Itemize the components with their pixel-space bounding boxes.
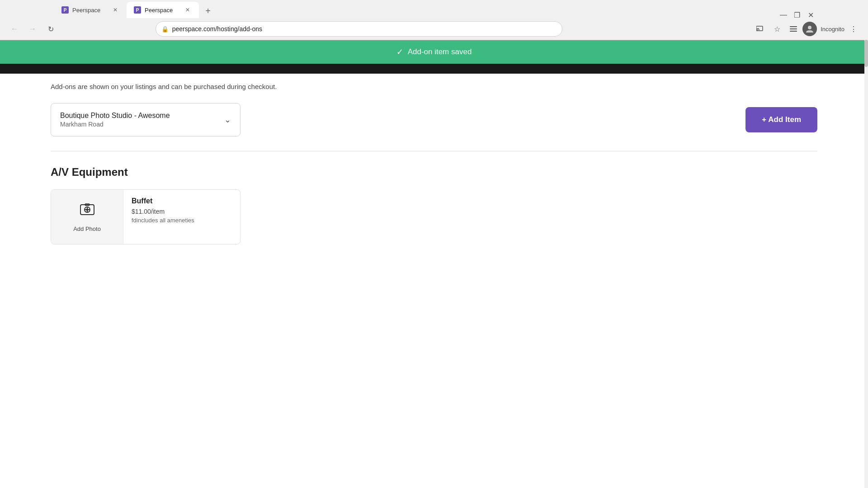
scrollbar-thumb[interactable]	[864, 40, 868, 67]
tab-favicon-2: P	[134, 6, 141, 14]
bookmark-icon[interactable]: ☆	[770, 22, 784, 36]
address-text: peerspace.com/hosting/add-ons	[172, 25, 557, 33]
more-options-button[interactable]: ⋮	[846, 22, 861, 36]
tab-favicon-1: P	[61, 6, 69, 14]
item-photo-placeholder[interactable]: Add Photo	[51, 190, 123, 244]
close-window-button[interactable]: ✕	[807, 12, 814, 18]
add-photo-label: Add Photo	[73, 225, 101, 232]
incognito-label: Incognito	[821, 26, 844, 33]
success-banner: ✓ Add-on item saved	[0, 40, 868, 64]
maximize-button[interactable]: ❐	[794, 12, 800, 18]
svg-point-4	[808, 26, 811, 29]
category-section: A/V Equipment Add P	[51, 166, 817, 244]
addons-description: Add-ons are shown on your listings and c…	[51, 83, 817, 90]
tab-peerspace-2[interactable]: P Peerspace ✕	[127, 2, 199, 18]
new-tab-button[interactable]: +	[201, 4, 215, 18]
tab-peerspace-1[interactable]: P Peerspace ✕	[54, 2, 127, 18]
item-card: Add Photo Buffet $11.00/item fdincludes …	[51, 189, 241, 244]
profile-button[interactable]	[802, 22, 817, 36]
venue-name: Boutique Photo Studio - Awesome	[60, 112, 170, 120]
tab-title-1: Peerspace	[72, 7, 108, 14]
item-name: Buffet	[132, 197, 232, 205]
browser-chrome: P Peerspace ✕ P Peerspace ✕ + — ❐ ✕ ← → …	[0, 0, 868, 40]
browser-toolbar: ☆ Incognito ⋮	[754, 22, 861, 36]
add-photo-icon	[79, 202, 95, 222]
address-bar-row: ← → ↻ 🔒 peerspace.com/hosting/add-ons ☆	[0, 18, 868, 40]
venue-row: Boutique Photo Studio - Awesome Markham …	[51, 103, 817, 136]
nav-dark-strip	[0, 64, 868, 74]
tab-close-1[interactable]: ✕	[111, 6, 119, 14]
tab-close-2[interactable]: ✕	[184, 6, 192, 14]
page-content: ✓ Add-on item saved Add-ons are shown on…	[0, 40, 868, 253]
venue-dropdown[interactable]: Boutique Photo Studio - Awesome Markham …	[51, 103, 241, 136]
svg-rect-2	[790, 28, 797, 29]
category-title: A/V Equipment	[51, 166, 817, 178]
tab-title-2: Peerspace	[145, 7, 180, 14]
item-price: $11.00/item	[132, 208, 232, 215]
address-bar[interactable]: 🔒 peerspace.com/hosting/add-ons	[156, 21, 562, 37]
back-button[interactable]: ←	[7, 22, 22, 36]
success-message: Add-on item saved	[408, 47, 472, 56]
chevron-down-icon: ⌄	[224, 115, 231, 125]
venue-address: Markham Road	[60, 121, 170, 128]
success-check-icon: ✓	[396, 47, 403, 57]
lock-icon: 🔒	[161, 26, 169, 33]
add-item-button[interactable]: + Add Item	[745, 107, 817, 132]
refresh-button[interactable]: ↻	[43, 22, 58, 36]
minimize-button[interactable]: —	[780, 12, 787, 18]
tabs-row: P Peerspace ✕ P Peerspace ✕ + — ❐ ✕	[0, 0, 868, 18]
item-description: fdincludes all ameneties	[132, 217, 232, 224]
item-details: Buffet $11.00/item fdincludes all amenet…	[123, 190, 240, 244]
browser-menu-icon[interactable]	[786, 22, 801, 36]
main-content-area: Add-ons are shown on your listings and c…	[0, 74, 868, 253]
section-divider	[51, 151, 817, 151]
svg-rect-1	[790, 26, 797, 27]
venue-info: Boutique Photo Studio - Awesome Markham …	[60, 112, 170, 128]
svg-rect-3	[790, 31, 797, 32]
forward-button[interactable]: →	[25, 22, 40, 36]
cast-icon[interactable]	[754, 22, 768, 36]
scrollbar-track[interactable]	[864, 0, 868, 488]
window-controls: — ❐ ✕	[780, 12, 814, 18]
